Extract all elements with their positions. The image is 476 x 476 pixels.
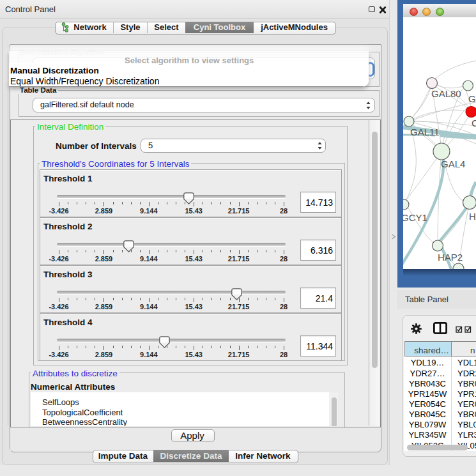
svg-text:GAL4: GAL4	[441, 158, 465, 169]
svg-text:GAL80: GAL80	[431, 88, 461, 99]
svg-text:GCY1: GCY1	[403, 212, 427, 223]
svg-text:GA: GA	[468, 93, 476, 104]
svg-text:HAP2: HAP2	[438, 252, 463, 263]
svg-text:C: C	[472, 118, 476, 128]
svg-text:GAL11: GAL11	[410, 127, 440, 137]
svg-text:H: H	[469, 211, 476, 222]
